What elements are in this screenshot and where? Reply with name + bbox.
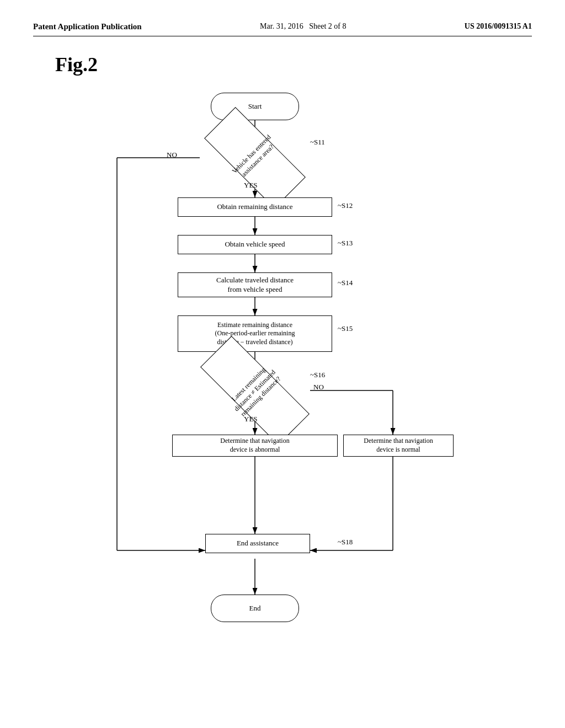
s16-diamond-container: Latest remainingdistance ≠ Estimatedrema…: [194, 368, 316, 413]
header-right: US 2016/0091315 A1: [465, 22, 532, 31]
s19-node: Determine that navigationdevice is norma…: [343, 435, 454, 457]
header-sheet: Sheet 2 of 8: [309, 22, 346, 30]
s18-step-label: ~S18: [338, 538, 353, 547]
s17-node: Determine that navigationdevice is abnor…: [172, 435, 338, 457]
flowchart: Start ~S11 Vehicle has enteredassistance…: [84, 87, 481, 628]
header: Patent Application Publication Mar. 31, …: [33, 22, 532, 36]
s13-step-label: ~S13: [338, 239, 353, 248]
header-left: Patent Application Publication: [33, 22, 142, 31]
s11-no-label: NO: [167, 151, 177, 159]
s14-step-label: ~S14: [338, 279, 353, 287]
fig-label: Fig.2: [55, 53, 532, 76]
s11-label: Vehicle has enteredassistance area?: [231, 133, 279, 182]
s15-step-label: ~S15: [338, 324, 353, 333]
start-node: Start: [211, 93, 299, 120]
s12-step-label: ~S12: [338, 201, 353, 210]
header-center: Mar. 31, 2016 Sheet 2 of 8: [260, 22, 346, 31]
s11-diamond-container: Vehicle has enteredassistance area?: [200, 136, 310, 180]
s11-step-label: ~S11: [310, 138, 325, 147]
s15-node: Estimate remaining distance(One-period-e…: [178, 315, 332, 352]
s16-label: Latest remainingdistance ≠ Estimatedrema…: [226, 362, 284, 419]
s16-yes-label: YES: [244, 415, 258, 424]
s18-node: End assistance: [205, 534, 310, 553]
s12-node: Obtain remaining distance: [178, 197, 332, 217]
header-date: Mar. 31, 2016: [260, 22, 303, 30]
s11-yes-label: YES: [244, 181, 258, 190]
s13-node: Obtain vehicle speed: [178, 235, 332, 254]
page: Patent Application Publication Mar. 31, …: [0, 0, 565, 728]
s16-no-label: NO: [313, 383, 324, 392]
s14-node: Calculate traveled distancefrom vehicle …: [178, 272, 332, 297]
end-node: End: [211, 595, 299, 622]
